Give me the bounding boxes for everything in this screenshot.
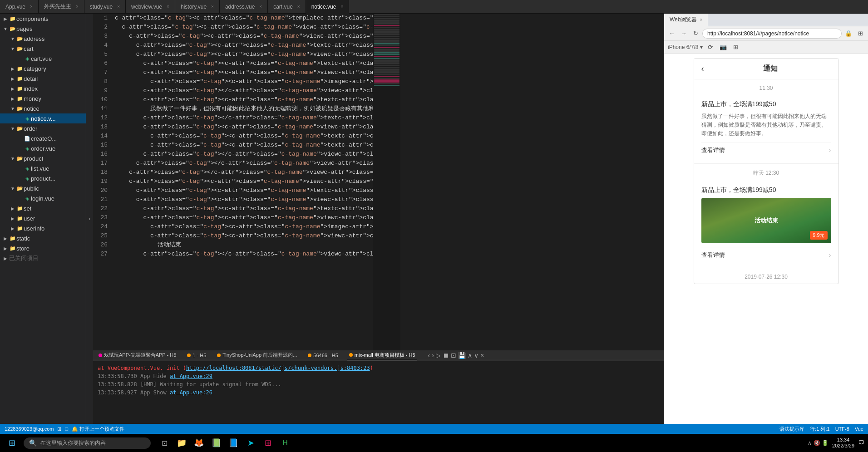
tab-close-icon[interactable]: × [76,4,79,9]
tab-close-icon[interactable]: × [340,4,343,9]
tab-address[interactable]: address.vue × [220,0,268,14]
sidebar-item-index[interactable]: ▶ 📁 index [0,84,86,93]
stop-button[interactable]: ⏹ [443,352,449,359]
notice-detail-row-1[interactable]: 查看详情 › [701,142,831,158]
tab-study[interactable]: study.vue × [84,0,126,14]
collapse-sidebar-button[interactable]: ‹ [86,14,93,424]
tab-webview[interactable]: webview.vue × [126,0,175,14]
sidebar-item-static[interactable]: ▶ 📁 static [0,233,86,243]
sidebar-item-closed[interactable]: ▶ 已关闭项目 [0,253,86,263]
notice-detail-row-2[interactable]: 查看详情 › [701,247,831,263]
tab-app-vue[interactable]: App.vue × [0,0,39,14]
sidebar-item-cart[interactable]: ▼ 📂 cart [0,44,86,54]
tab-close-icon[interactable]: × [297,4,300,9]
sidebar-item-cart-vue[interactable]: ◈ cart.vue [0,54,86,64]
browser-back-button[interactable]: ← [667,29,677,39]
taskbar-search-box[interactable]: 🔍 在这里输入你要搜索的内容 [24,437,151,449]
windows-start-button[interactable]: ⊞ [4,435,20,451]
browser-url-input[interactable] [702,29,842,39]
sidebar-item-detail[interactable]: ▶ 📁 detail [0,74,86,84]
sidebar-item-store[interactable]: ▶ 📁 store [0,243,86,253]
open-preview-button[interactable]: 🔔 打开上一个预览文件 [72,426,124,432]
sidebar-item-public[interactable]: ▼ 📂 public [0,183,86,193]
tab-close-icon[interactable]: × [259,4,262,9]
tab-notice[interactable]: notice.vue × [306,0,350,14]
green-app-button[interactable]: 📗 [208,435,224,451]
tab-close-icon[interactable]: × [117,4,120,9]
hbuilder-button[interactable]: H [277,435,293,451]
sidebar-item-create-order[interactable]: 📄 createO... [0,133,86,143]
sidebar-item-product-vue[interactable]: ◈ product... [0,173,86,183]
tab-label: App.vue [5,4,25,10]
bottom-tab-2[interactable]: TinyShop-UniApp 前后端开源的... [215,350,299,360]
syntax-hint[interactable]: 语法提示库 [779,426,804,432]
sidebar-item-notice[interactable]: ▼ 📂 notice [0,103,86,113]
device-selector[interactable]: iPhone 6/7/8 ▾ [668,44,703,50]
up-button[interactable]: ∧ [468,352,472,359]
file-explorer-taskbar-button[interactable]: 📁 [173,435,190,451]
browser-refresh-button[interactable]: ↻ [690,29,700,39]
rotate-icon[interactable]: ⟳ [705,42,715,52]
sidebar-item-order-vue[interactable]: ◈ order.vue [0,143,86,153]
bottom-tab-1[interactable]: 1 - H5 [185,350,208,360]
browser-panel: Web浏览器 × ← → ↻ 🔒 ⊞ iPhone 6/7/8 ▾ ⟳ 📷 ⊞ … [664,14,868,424]
tab-close-icon[interactable]: × [211,4,214,9]
arrow-app-button[interactable]: ➤ [242,435,259,451]
folder-arrow-icon: ▶ [9,86,16,91]
vue-file-icon: ◈ [24,146,31,152]
sidebar-item-product[interactable]: ▼ 📂 product [0,153,86,163]
tab-close-icon[interactable]: × [30,4,33,9]
terminal-line: at VueComponent.Vue._init (http://localh… [98,364,659,372]
window-button[interactable]: ⊡ [451,352,456,359]
browser-tab-label: Web浏览器 [670,16,697,24]
close-panel-button[interactable]: × [480,352,484,359]
down-button[interactable]: ∨ [474,352,478,359]
tab-next-button[interactable]: › [432,352,434,359]
sidebar-item-components[interactable]: ▶ 📁 components [0,14,86,24]
bottom-tab-3[interactable]: 56466 - H5 [306,350,340,360]
notification-button[interactable]: 🗨 [858,439,864,447]
task-view-button[interactable]: ⊡ [156,435,173,451]
status-right: 语法提示库 行:1 列:1 UTF-8 Vue [779,426,863,432]
sidebar-item-address[interactable]: ▼ 📂 address [0,34,86,44]
sidebar-item-category[interactable]: ▶ 📁 category [0,64,86,74]
sidebar-item-label: userinfo [24,225,44,232]
camera-icon[interactable]: 📷 [718,42,728,52]
code-editor[interactable]: 1234567891011121314151617181920212223242… [93,14,373,350]
notice-detail-label-2: 查看详情 [701,251,725,259]
bottom-tab-0[interactable]: 戏试玩APP-完渠道聚合APP - H5 [97,350,178,360]
sidebar-item-user[interactable]: ▶ 📁 user [0,213,86,223]
run-button[interactable]: ▷ [436,352,441,359]
blue-app-button[interactable]: 📘 [225,435,242,451]
sidebar-item-money[interactable]: ▶ 📁 money [0,93,86,103]
grid-app-button[interactable]: ⊞ [260,435,276,451]
sidebar-item-set[interactable]: ▶ 📁 set [0,203,86,213]
sidebar-item-list-vue[interactable]: ◈ list.vue [0,163,86,173]
tab-prev-button[interactable]: ‹ [428,352,430,359]
browser-forward-button[interactable]: → [679,29,689,39]
browser-tab-close-icon[interactable]: × [700,17,702,22]
bottom-tab-4[interactable]: mix-mall 电商项目模板 - H5 [347,350,417,360]
browser-tab[interactable]: Web浏览器 × [664,14,708,26]
sidebar-item-notice-vue[interactable]: ◈ notice.v... [0,113,86,123]
tab-waimai[interactable]: 外买先生主 × [39,0,84,14]
folder-taskbar-icon: 📁 [177,438,187,448]
browser-screenshot-icon[interactable]: ⊞ [855,29,865,39]
vue-file-icon: ◈ [24,56,31,62]
tab-cart[interactable]: cart.vue × [268,0,306,14]
sidebar-item-login-vue[interactable]: ◈ login.vue [0,193,86,203]
save-button[interactable]: 💾 [458,352,466,359]
sidebar-item-label: product... [31,175,55,182]
sidebar-item-order[interactable]: ▼ 📂 order [0,123,86,133]
browser-taskbar-button[interactable]: 🦊 [191,435,207,451]
green-app-icon: 📗 [211,438,221,448]
browser-sub-toolbar: iPhone 6/7/8 ▾ ⟳ 📷 ⊞ [664,41,868,54]
back-button[interactable]: ‹ [701,64,704,74]
sidebar-item-label: public [24,185,39,192]
taskbar-right: ∧ 🔇 🔋 13:34 2022/3/29 🗨 [808,437,864,449]
tab-close-icon[interactable]: × [167,4,169,9]
sidebar-item-userinfo[interactable]: ▶ 📁 userinfo [0,223,86,233]
sidebar-item-pages[interactable]: ▼ 📂 pages [0,24,86,34]
tab-history[interactable]: history.vue × [175,0,220,14]
grid-icon[interactable]: ⊞ [731,42,741,52]
